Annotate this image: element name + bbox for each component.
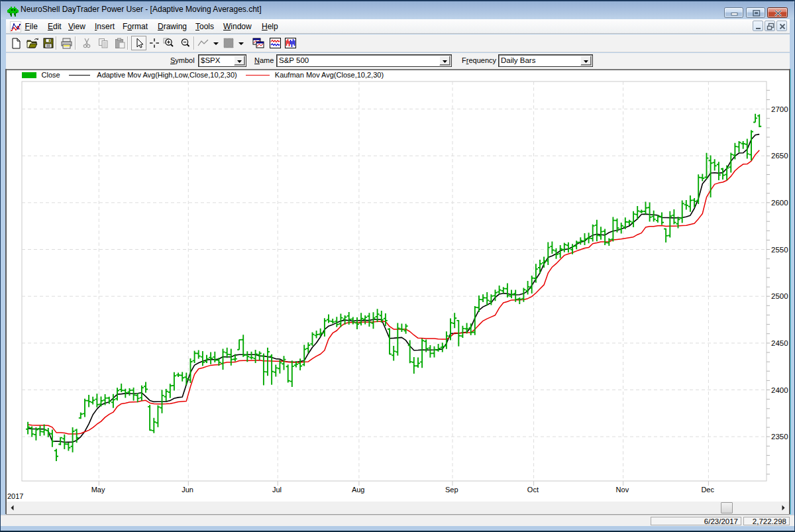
svg-text:Nov: Nov [616, 486, 629, 494]
svg-text:2650: 2650 [771, 152, 788, 160]
svg-text:2400: 2400 [771, 386, 788, 394]
svg-text:Jun: Jun [182, 486, 193, 494]
svg-text:Jul: Jul [272, 486, 282, 494]
svg-text:2450: 2450 [771, 339, 788, 347]
svg-text:2350: 2350 [771, 433, 788, 441]
svg-text:Dec: Dec [701, 486, 714, 494]
svg-text:2550: 2550 [771, 246, 788, 254]
svg-text:2600: 2600 [771, 199, 788, 207]
svg-text:2500: 2500 [771, 292, 788, 300]
svg-text:May: May [91, 486, 105, 494]
svg-text:Oct: Oct [527, 486, 539, 494]
svg-text:2017: 2017 [7, 492, 23, 500]
svg-text:Aug: Aug [352, 486, 365, 494]
svg-text:Sep: Sep [445, 486, 458, 494]
svg-text:2700: 2700 [771, 105, 788, 113]
